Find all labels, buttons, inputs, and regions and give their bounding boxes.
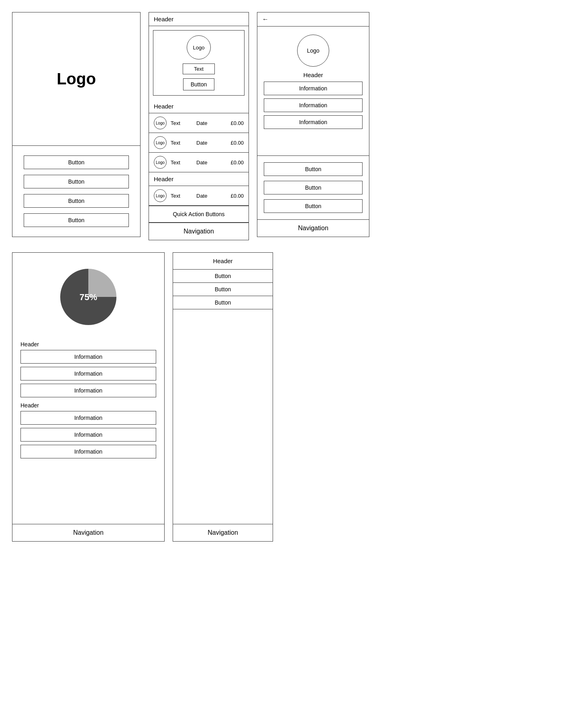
- profile-btn-1[interactable]: Button: [264, 162, 363, 176]
- profile-header: Header: [303, 72, 323, 78]
- info-item-2-3: Information: [20, 445, 156, 458]
- inner-button[interactable]: Button: [183, 78, 214, 90]
- pie-area: 75%: [12, 253, 164, 337]
- row-2: 75% Header Information Information Infor…: [12, 252, 575, 542]
- frame-profile: ← Logo Header Information Information In…: [257, 12, 369, 237]
- profile-buttons: Button Button Button: [257, 156, 369, 219]
- pie-percent-label: 75%: [79, 292, 97, 302]
- buttons-area: Button Button Button Button: [12, 146, 140, 237]
- simple-list-btns: Button Button Button: [173, 270, 273, 309]
- navigation-bar-5[interactable]: Navigation: [173, 524, 273, 541]
- simple-list-header: Header: [173, 253, 273, 270]
- row-logo-2: Logo: [154, 136, 167, 149]
- pie-chart-svg: 75%: [56, 265, 120, 329]
- info-item-2-2: Information: [20, 428, 156, 442]
- header-3: Header: [149, 172, 249, 186]
- btn-2[interactable]: Button: [24, 175, 129, 188]
- simple-btn-3[interactable]: Button: [173, 296, 273, 309]
- btn-4[interactable]: Button: [24, 213, 129, 227]
- quick-actions[interactable]: Quick Action Buttons: [149, 206, 249, 223]
- btn-1[interactable]: Button: [24, 155, 129, 169]
- info-header-2: Header: [20, 402, 156, 409]
- header-2: Header: [149, 100, 249, 113]
- frame-logo-buttons: Logo Button Button Button Button: [12, 12, 141, 237]
- row-1: Logo Button Button Button Button Header …: [12, 12, 575, 240]
- info-item-1-1: Information: [20, 350, 156, 364]
- row-logo-4: Logo: [154, 189, 167, 202]
- frame-simple-list: Header Button Button Button Navigation: [173, 252, 273, 542]
- profile-area: Logo Header Information Information Info…: [257, 27, 369, 156]
- profile-btn-3[interactable]: Button: [264, 199, 363, 213]
- info-items-1: Information Information Information: [20, 350, 156, 397]
- header-1: Header: [149, 12, 249, 26]
- simple-btn-2[interactable]: Button: [173, 283, 273, 296]
- frame-pie-chart: 75% Header Information Information Infor…: [12, 252, 165, 542]
- inner-circle-logo: Logo: [187, 35, 211, 59]
- info-header-1: Header: [20, 341, 156, 348]
- list-row-1: Logo Text Date £0.00: [149, 113, 249, 133]
- profile-logo: Logo: [297, 35, 329, 67]
- info-item-1-3: Information: [20, 384, 156, 397]
- info-item-1-2: Information: [20, 367, 156, 380]
- info-item-2-1: Information: [20, 411, 156, 425]
- row-logo-1: Logo: [154, 117, 167, 129]
- info-section-1: Header Information Information Informati…: [12, 337, 164, 467]
- info-box-1: Information: [264, 82, 363, 95]
- logo-text: Logo: [57, 70, 96, 88]
- frame-header-list: Header Logo Text Button Header Logo Text…: [149, 12, 249, 240]
- list-row-4: Logo Text Date £0.00: [149, 186, 249, 206]
- info-box-3: Information: [264, 115, 363, 129]
- row-logo-3: Logo: [154, 156, 167, 169]
- simple-btn-1[interactable]: Button: [173, 270, 273, 283]
- list-row-2: Logo Text Date £0.00: [149, 133, 249, 153]
- inner-text-box[interactable]: Text: [183, 63, 215, 74]
- back-arrow[interactable]: ←: [257, 12, 369, 27]
- navigation-bar-4[interactable]: Navigation: [12, 524, 164, 541]
- list-row-3: Logo Text Date £0.00: [149, 153, 249, 172]
- navigation-bar-2[interactable]: Navigation: [149, 223, 249, 240]
- logo-area: Logo: [12, 12, 140, 146]
- inner-box: Logo Text Button: [153, 30, 245, 96]
- info-items-2: Information Information Information: [20, 411, 156, 458]
- info-box-2: Information: [264, 98, 363, 112]
- profile-btn-2[interactable]: Button: [264, 181, 363, 194]
- navigation-bar-3[interactable]: Navigation: [257, 219, 369, 237]
- btn-3[interactable]: Button: [24, 194, 129, 208]
